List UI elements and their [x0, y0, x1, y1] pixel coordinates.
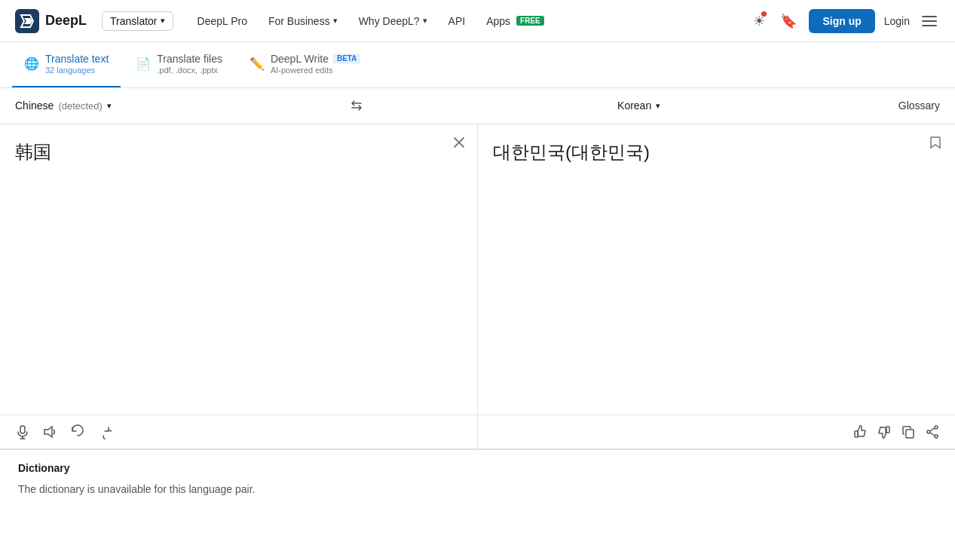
mic-button[interactable]: [12, 421, 33, 442]
translate-text-globe-icon: 🌐: [24, 57, 39, 71]
target-lang-name: Korean: [617, 99, 651, 112]
tab-translate-files[interactable]: 📄 Translate files .pdf, .docx, .pptx: [124, 42, 234, 87]
thumbs-up-icon: [852, 424, 868, 439]
source-panel: [0, 124, 478, 448]
bookmark-icon: 🔖: [780, 13, 797, 29]
svg-line-13: [930, 428, 935, 431]
svg-point-11: [935, 435, 938, 438]
hamburger-menu-button[interactable]: [919, 13, 940, 29]
for-business-chevron-icon: ▾: [333, 16, 338, 26]
svg-point-10: [935, 426, 938, 429]
target-language-selector[interactable]: Korean ▾: [617, 99, 660, 112]
target-action-buttons: [849, 421, 943, 442]
svg-rect-8: [886, 427, 889, 433]
source-lang-detected-note: (detected): [58, 100, 103, 112]
bookmark-button[interactable]: 🔖: [777, 10, 800, 32]
header: DeepL Translator ▾ DeepL Pro For Busines…: [0, 0, 955, 42]
source-lang-chevron-icon: ▾: [107, 101, 112, 111]
target-toolbar: [478, 415, 955, 448]
translator-label: Translator: [110, 15, 158, 27]
tab-translate-text[interactable]: 🌐 Translate text 32 languages: [12, 42, 121, 87]
deepl-write-beta-badge: BETA: [333, 54, 360, 64]
swap-languages-button[interactable]: [349, 98, 364, 113]
svg-line-14: [930, 433, 935, 436]
dictionary-section: Dictionary The dictionary is unavailable…: [0, 448, 955, 507]
language-bar: Chinese (detected) ▾ Korean ▾ Glossary: [0, 88, 955, 124]
copy-icon: [901, 424, 916, 439]
svg-rect-7: [855, 431, 858, 437]
deepl-write-pen-icon: ✏️: [249, 57, 265, 71]
deepl-logo-icon: [15, 9, 39, 33]
translator-chevron-icon: ▾: [161, 16, 165, 26]
signup-button[interactable]: Sign up: [809, 9, 874, 33]
dictionary-title: Dictionary: [18, 462, 937, 474]
nav-for-business-label: For Business: [268, 15, 330, 27]
nav-item-deepl-pro[interactable]: DeepL Pro: [188, 11, 256, 32]
tab-deepl-write-subtitle: AI-powered edits: [271, 66, 361, 75]
nav-apps-label: Apps: [486, 15, 510, 27]
source-language-selector[interactable]: Chinese (detected) ▾: [15, 99, 112, 112]
target-lang-chevron-icon: ▾: [656, 101, 660, 111]
nav-item-apps[interactable]: Apps FREE: [477, 11, 553, 32]
share-button[interactable]: [922, 421, 943, 442]
menu-line-3: [922, 25, 937, 26]
tab-deepl-write-title: DeepL Write: [271, 53, 329, 66]
nav-item-api[interactable]: API: [439, 11, 475, 32]
nav-item-why-deepl[interactable]: Why DeepL? ▾: [350, 11, 436, 32]
theme-toggle-button[interactable]: ☀: [750, 10, 768, 32]
speaker-button[interactable]: [39, 421, 60, 442]
svg-marker-6: [44, 427, 52, 437]
thumbs-up-button[interactable]: [849, 421, 871, 442]
redo-button[interactable]: [93, 421, 115, 442]
source-toolbar: [0, 415, 477, 448]
source-text-input[interactable]: [0, 124, 477, 415]
logo-text: DeepL: [45, 13, 87, 29]
login-link[interactable]: Login: [884, 15, 910, 27]
nav-item-for-business[interactable]: For Business ▾: [259, 11, 347, 32]
logo-area: DeepL: [15, 9, 87, 33]
swap-icon: [349, 98, 364, 113]
glossary-button[interactable]: Glossary: [898, 99, 940, 112]
nav-why-deepl-label: Why DeepL?: [359, 15, 420, 27]
translate-files-doc-icon: 📄: [136, 57, 151, 71]
apps-free-badge: FREE: [516, 16, 544, 26]
undo-icon: [69, 424, 84, 439]
speaker-icon: [42, 424, 57, 439]
translation-panels: 대한민국(대한민국): [0, 124, 955, 448]
svg-point-12: [927, 430, 930, 433]
translator-container: Chinese (detected) ▾ Korean ▾ Glossary: [0, 88, 955, 448]
clear-source-button[interactable]: [453, 136, 465, 152]
dictionary-message: The dictionary is unavailable for this l…: [18, 483, 937, 495]
save-translation-button[interactable]: [928, 135, 943, 154]
thumbs-down-icon: [877, 424, 892, 439]
tab-translate-text-content: Translate text 32 languages: [45, 53, 109, 75]
tab-deepl-write[interactable]: ✏️ DeepL Write BETA AI-powered edits: [237, 42, 373, 87]
tab-translate-files-content: Translate files .pdf, .docx, .pptx: [157, 53, 222, 75]
svg-rect-3: [20, 426, 25, 433]
thumbs-down-button[interactable]: [874, 421, 895, 442]
tabs-bar: 🌐 Translate text 32 languages 📄 Translat…: [0, 42, 955, 88]
why-deepl-chevron-icon: ▾: [423, 16, 427, 26]
menu-line-2: [922, 20, 937, 22]
share-icon: [925, 424, 940, 439]
target-panel: 대한민국(대한민국): [478, 124, 955, 448]
tab-translate-files-subtitle: .pdf, .docx, .pptx: [157, 66, 222, 75]
close-icon: [453, 136, 465, 148]
tab-translate-files-title: Translate files: [157, 53, 222, 66]
source-lang-name: Chinese: [15, 99, 54, 112]
undo-button[interactable]: [66, 421, 87, 442]
svg-rect-9: [906, 430, 914, 438]
menu-line-1: [922, 16, 937, 17]
bookmark-save-icon: [928, 135, 943, 150]
tab-deepl-write-content: DeepL Write BETA AI-powered edits: [271, 53, 361, 75]
main-nav: DeepL Pro For Business ▾ Why DeepL? ▾ AP…: [188, 11, 751, 32]
header-right: ☀ 🔖 Sign up Login: [750, 9, 940, 33]
copy-button[interactable]: [898, 421, 919, 442]
translated-text: 대한민국(대한민국): [478, 124, 955, 415]
microphone-icon: [15, 424, 30, 439]
redo-icon: [96, 424, 112, 439]
translator-dropdown-button[interactable]: Translator ▾: [102, 11, 173, 31]
tab-translate-text-subtitle: 32 languages: [45, 66, 109, 75]
tab-translate-text-title: Translate text: [45, 53, 109, 66]
notification-dot: [761, 11, 767, 17]
